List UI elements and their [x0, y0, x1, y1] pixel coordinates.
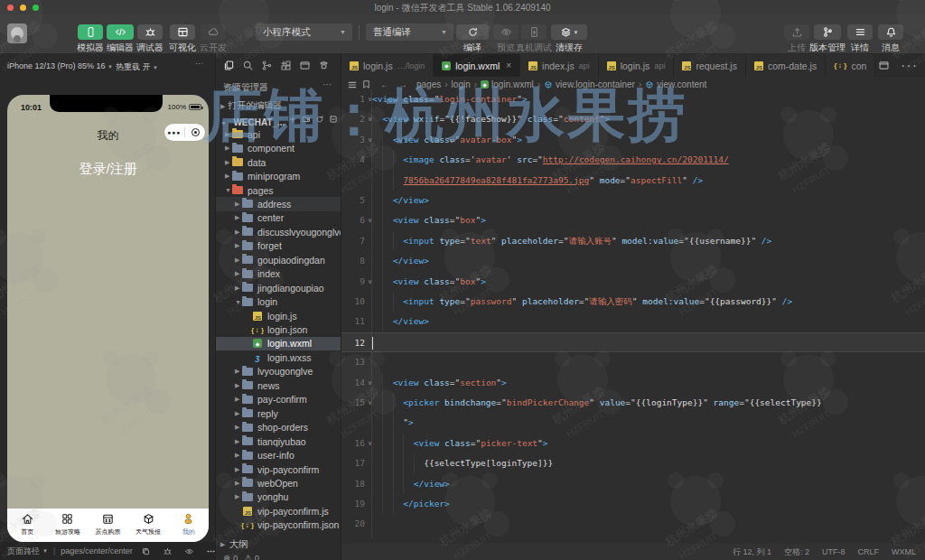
- tree-item-vip-payconfirm.js[interactable]: JSvip-payconfirm.js: [216, 504, 341, 518]
- tree-item-vip-payconfirm.json[interactable]: {﹔}vip-payconfirm.json: [216, 518, 341, 532]
- bell-icon[interactable]: [878, 24, 903, 40]
- refresh-icon[interactable]: [456, 24, 489, 40]
- tab-label: login.js: [621, 61, 650, 71]
- bug-icon[interactable]: [163, 546, 173, 556]
- tree-item-discusslvyougonglve[interactable]: ▶discusslvyougonglve: [216, 225, 341, 238]
- wechat-capsule[interactable]: ●●●: [164, 124, 205, 141]
- device-select[interactable]: iPhone 12/13 (Pro) 85% 16 ▼: [7, 61, 113, 70]
- tree-item-jingdiangoupiao[interactable]: ▶jingdiangoupiao: [216, 281, 341, 294]
- code-editor[interactable]: 1∨<view class="login-container">2∨ <view…: [341, 89, 925, 542]
- code-line: 19 </picker>: [341, 494, 925, 514]
- branch-icon[interactable]: [814, 24, 841, 40]
- toolbar-button-label: 消息: [868, 42, 913, 54]
- close-icon[interactable]: ×: [506, 61, 511, 70]
- tree-item-lvyougonglve[interactable]: ▶lvyougonglve: [216, 365, 341, 378]
- status-item[interactable]: CRLF: [857, 547, 879, 556]
- eye-icon[interactable]: [493, 24, 519, 40]
- bug-icon[interactable]: [137, 24, 163, 40]
- tree-item-tianqiyubao[interactable]: ▶tianqiyubao: [216, 434, 341, 448]
- tree-item-user-info[interactable]: ▶user-info: [216, 448, 341, 462]
- line-number: 13: [341, 352, 365, 372]
- dots-icon[interactable]: [206, 546, 215, 556]
- toolbar-button-label: 云开发: [193, 42, 233, 54]
- capsule-close-icon[interactable]: [185, 128, 205, 136]
- status-item[interactable]: WXML: [892, 547, 916, 556]
- tree-item-login.wxss[interactable]: ʒlogin.wxss: [216, 350, 341, 364]
- problems-counter[interactable]: ⊗0 ⚠0: [216, 552, 341, 560]
- paw-icon[interactable]: [318, 60, 330, 71]
- tree-item-yonghu[interactable]: ▶yonghu: [216, 490, 341, 504]
- user-icon: [182, 512, 195, 526]
- tree-item-data[interactable]: ▶data: [216, 155, 341, 169]
- tabbar-item-首页[interactable]: 首页: [7, 509, 48, 542]
- tree-item-center[interactable]: ▶center: [216, 211, 341, 225]
- window-icon[interactable]: [299, 60, 311, 71]
- cloud-icon[interactable]: [201, 24, 226, 40]
- tab-more-icon[interactable]: ···: [901, 58, 918, 74]
- tree-item-webOpen[interactable]: ▶webOpen: [216, 476, 341, 490]
- editor-tab-con[interactable]: {﹔}con: [826, 54, 875, 77]
- folder-icon: [242, 200, 253, 208]
- tree-item-reply[interactable]: ▶reply: [216, 406, 341, 420]
- folder-icon: [242, 452, 253, 460]
- upload-icon[interactable]: [784, 24, 809, 40]
- editor-tab-login.js[interactable]: JSlogin.jsapi: [599, 54, 675, 77]
- files-icon[interactable]: [223, 60, 235, 71]
- device-icon[interactable]: [521, 24, 547, 40]
- tree-item-login[interactable]: ▼login: [216, 294, 341, 308]
- hot-reload-toggle[interactable]: 热重载 开 ▼: [116, 61, 158, 73]
- user-avatar[interactable]: [7, 23, 27, 43]
- editor-tab-index.js[interactable]: JSindex.jsapi: [520, 54, 599, 77]
- tree-item-news[interactable]: ▶news: [216, 378, 341, 392]
- tree-item-pay-confirm[interactable]: ▶pay-confirm: [216, 393, 341, 406]
- compile-select[interactable]: 普通编译▼: [366, 23, 453, 41]
- simulator-menu-dots[interactable]: ···: [195, 59, 203, 68]
- split-editor-icon[interactable]: [878, 60, 890, 71]
- tree-item-label: tianqiyubao: [257, 436, 306, 447]
- page-path-label[interactable]: 页面路径: [7, 546, 40, 557]
- status-item[interactable]: UTF-8: [822, 547, 846, 556]
- capsule-menu-icon[interactable]: ●●●: [164, 129, 184, 135]
- js-file-icon: JS: [350, 61, 359, 70]
- code-icon[interactable]: [107, 24, 134, 40]
- editor-tab-login.wxml[interactable]: ◆login.wxml×: [434, 54, 520, 77]
- tree-item-address[interactable]: ▶address: [216, 197, 341, 210]
- status-item[interactable]: 行 12, 列 1: [733, 546, 771, 558]
- copy-icon[interactable]: [141, 546, 151, 556]
- extensions-icon[interactable]: [280, 60, 292, 71]
- tree-item-login.js[interactable]: JSlogin.js: [216, 309, 341, 322]
- search-icon[interactable]: [242, 60, 254, 71]
- phone-icon[interactable]: [78, 24, 103, 40]
- tree-item-pages[interactable]: ▼pages: [216, 183, 341, 197]
- tabbar-item-旅游攻略[interactable]: 旅游攻略: [48, 509, 89, 542]
- status-item[interactable]: 空格: 2: [784, 546, 809, 558]
- tree-item-miniprogram[interactable]: ▶miniprogram: [216, 169, 341, 182]
- tree-item-login.json[interactable]: {﹔}login.json: [216, 322, 341, 336]
- error-icon: ⊗: [223, 553, 230, 560]
- layers-icon[interactable]: ▼: [551, 24, 587, 40]
- layout-icon[interactable]: [170, 24, 195, 40]
- mode-select[interactable]: 小程序模式▼: [256, 23, 352, 41]
- tree-item-label: data: [248, 157, 266, 168]
- tabbar-item-景点购票[interactable]: 景点购票: [88, 509, 128, 542]
- tree-item-forget[interactable]: ▶forget: [216, 239, 341, 253]
- details-icon[interactable]: [847, 24, 873, 40]
- simulator-panel: iPhone 12/13 (Pro) 85% 16 ▼ 热重载 开 ▼ ··· …: [0, 54, 215, 560]
- tree-item-shop-orders[interactable]: ▶shop-orders: [216, 420, 341, 434]
- editor-tab-login.js[interactable]: JSlogin.js…/login: [341, 54, 434, 77]
- tree-item-login.wxml[interactable]: ◆login.wxml: [216, 337, 341, 350]
- tree-item-vip-payconfirm[interactable]: ▶vip-payconfirm: [216, 462, 341, 476]
- login-register-link[interactable]: 登录/注册: [7, 161, 209, 178]
- tabbar-item-我的[interactable]: 我的: [168, 509, 209, 542]
- editor-tab-com-date.js[interactable]: JScom-date.js: [746, 54, 826, 77]
- tree-item-label: discusslvyougonglve: [257, 227, 341, 238]
- tree-item-goupiaodingdan[interactable]: ▶goupiaodingdan: [216, 253, 341, 266]
- editor-tab-request.js[interactable]: JSrequest.js: [674, 54, 746, 77]
- chevron-icon: ▶: [235, 229, 242, 236]
- outline-section[interactable]: ▶大纲: [216, 538, 341, 551]
- tree-item-index[interactable]: ▶index: [216, 267, 341, 281]
- page-path-value[interactable]: pages/center/center: [61, 546, 133, 555]
- eye2-icon[interactable]: [184, 546, 194, 556]
- git-icon[interactable]: [261, 60, 273, 71]
- tabbar-item-天气预报[interactable]: 天气预报: [128, 509, 169, 542]
